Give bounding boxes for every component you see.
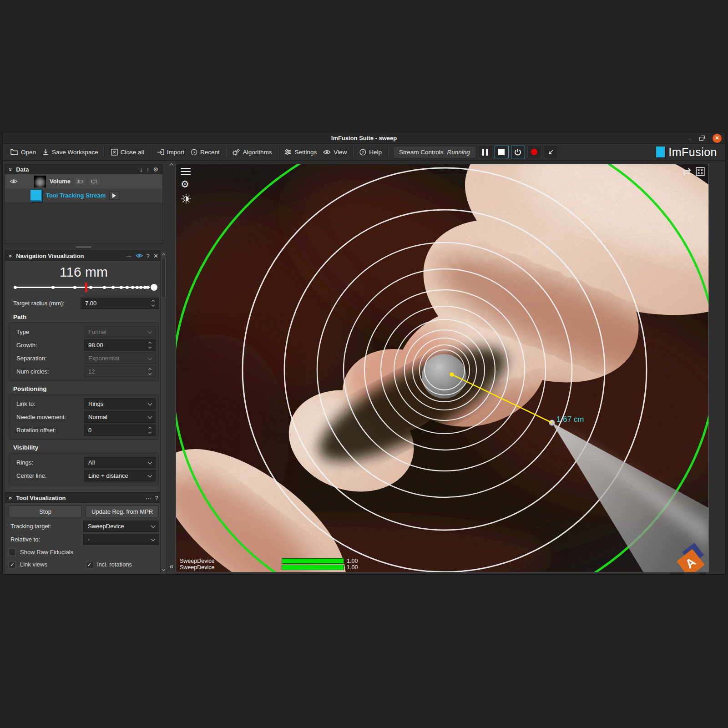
data-panel-header[interactable]: » Data ↓ ↑ ⚙ [5, 164, 162, 174]
calibration-section-header[interactable]: › Calibration [9, 574, 159, 574]
distance-label: 1.67 cm [556, 415, 584, 424]
brightness-contrast-icon[interactable] [181, 193, 192, 204]
recent-clock-icon [191, 149, 197, 156]
swap-views-icon[interactable]: ⇄ [682, 167, 691, 176]
help-button[interactable]: ? Help [356, 147, 385, 157]
collapse-chevron-icon[interactable]: » [7, 167, 14, 171]
relative-to-select[interactable]: - [83, 534, 159, 545]
slider-dot [51, 286, 55, 289]
show-raw-fiducials-label: Show Raw Fiducials [20, 549, 73, 556]
needle-movement-select[interactable]: Normal [84, 411, 156, 423]
settings-button[interactable]: Settings [281, 147, 320, 157]
link-views-checkbox[interactable]: ✓ [9, 561, 16, 568]
3d-viewport[interactable]: 1.67 cm A ⚙ ⇄ [176, 164, 709, 572]
collapse-chevron-icon[interactable]: » [7, 496, 14, 499]
pause-icon [482, 149, 488, 156]
imfusion-logo-mark [656, 147, 665, 157]
panel-visibility-eye-button[interactable] [136, 253, 143, 259]
save-workspace-button[interactable]: Save Workspace [39, 147, 101, 157]
data-row-tracking-stream[interactable]: Tool Tracking Stream [5, 188, 162, 202]
more-options-button[interactable]: ··· [146, 495, 152, 501]
type-select[interactable]: Funnel [84, 326, 156, 338]
stop-stream-button[interactable] [495, 146, 509, 158]
data-panel: » Data ↓ ↑ ⚙ [5, 164, 163, 244]
import-button[interactable]: Import [154, 147, 187, 157]
open-button[interactable]: Open [7, 147, 39, 157]
slider-dot [73, 286, 76, 289]
chevron-down-icon [148, 460, 152, 464]
nav-panel-header[interactable]: » Navigation Visualization ··· ? ✕ [5, 251, 162, 261]
tracking-target-select[interactable]: SweepDevice [83, 521, 159, 532]
move-up-icon[interactable]: ↑ [147, 166, 150, 173]
scroll-down-button[interactable] [161, 567, 166, 573]
viewport-menu-icon[interactable] [181, 168, 191, 175]
panel-close-button[interactable]: ✕ [153, 253, 158, 259]
link-to-select[interactable]: Rings [84, 398, 156, 410]
close-all-icon [111, 149, 118, 156]
rings-select[interactable]: All [84, 457, 156, 468]
close-all-button[interactable]: Close all [108, 147, 147, 157]
center-line-select[interactable]: Line + distance [84, 470, 156, 481]
chevron-down-icon [148, 355, 152, 360]
data-settings-gear-icon[interactable]: ⚙ [153, 166, 158, 173]
toolbar-separator [278, 146, 278, 158]
arrow-southwest-icon [547, 149, 554, 156]
scroll-up-button[interactable] [161, 251, 166, 258]
chevron-down-icon [148, 473, 152, 477]
restore-button[interactable] [699, 136, 705, 141]
tool-panel-header[interactable]: » Tool Visualization ··· ? [5, 493, 162, 503]
collapse-panel-button[interactable]: « [170, 562, 174, 571]
panel-splitter[interactable] [5, 244, 163, 250]
trajectory-slider[interactable] [9, 281, 159, 294]
show-raw-fiducials-checkbox[interactable]: ✓ [9, 549, 16, 556]
snapshot-arrow-button[interactable] [544, 146, 558, 158]
move-down-icon[interactable]: ↓ [140, 166, 143, 173]
view-button[interactable]: View [320, 147, 350, 157]
minimize-button[interactable]: – [688, 136, 692, 141]
panel-gutter: « [167, 161, 176, 574]
power-button[interactable] [511, 146, 525, 158]
collapse-chevron-icon[interactable]: » [7, 254, 14, 257]
fullscreen-icon[interactable] [696, 167, 705, 176]
record-button[interactable] [527, 146, 541, 158]
viewport-gear-icon[interactable]: ⚙ [181, 180, 192, 189]
pause-button[interactable] [478, 146, 492, 158]
needle-movement-label: Needle movement: [12, 414, 84, 420]
separation-select[interactable]: Exponential [84, 353, 156, 364]
data-row-volume[interactable]: Volume 3D CT [5, 174, 162, 188]
update-trajectory-button[interactable]: Update trajectory [10, 490, 158, 492]
slider-position-marker[interactable] [85, 283, 87, 292]
spin-arrows[interactable] [146, 342, 153, 348]
visibility-heading: Visibility [13, 444, 158, 451]
panel-help-button[interactable]: ? [147, 253, 150, 259]
badge-ct: CT [89, 178, 100, 185]
play-button[interactable] [109, 191, 119, 200]
incl-rotations-checkbox[interactable]: ✓ [86, 561, 93, 568]
chevron-up-icon[interactable] [170, 163, 173, 167]
window-title: ImFusion Suite - sweep [331, 135, 397, 142]
recent-button[interactable]: Recent [187, 147, 223, 157]
settings-sliders-icon [284, 149, 292, 155]
rotation-offset-spinbox[interactable]: 0 [84, 425, 156, 436]
panel-help-button[interactable]: ? [155, 495, 158, 501]
panel-scrollbar[interactable] [160, 250, 167, 574]
target-radius-spinbox[interactable]: 7.00 [81, 298, 159, 309]
close-button[interactable]: ✕ [713, 134, 722, 143]
algorithms-button[interactable]: Algorithms [229, 147, 275, 157]
power-icon [514, 148, 521, 156]
more-options-button[interactable]: ··· [126, 253, 132, 259]
center-line-label: Center line: [12, 472, 84, 479]
spin-arrows[interactable] [146, 369, 153, 374]
stop-tracking-button[interactable]: Stop [9, 506, 82, 517]
update-reg-button[interactable]: Update Reg. from MPR [86, 506, 159, 517]
spin-arrows[interactable] [146, 427, 153, 433]
toolbar-separator [104, 146, 105, 158]
visibility-eye-icon[interactable] [10, 179, 18, 184]
num-circles-spinbox[interactable]: 12 [84, 366, 156, 377]
growth-spinbox[interactable]: 98.00 [84, 339, 156, 351]
scrollbar-thumb[interactable] [161, 258, 166, 298]
path-group: Type Funnel Growth: 98.00 [9, 322, 159, 381]
tracking-quality-bar [282, 565, 344, 570]
spin-arrows[interactable] [149, 300, 157, 306]
volume-thumbnail [34, 176, 46, 187]
